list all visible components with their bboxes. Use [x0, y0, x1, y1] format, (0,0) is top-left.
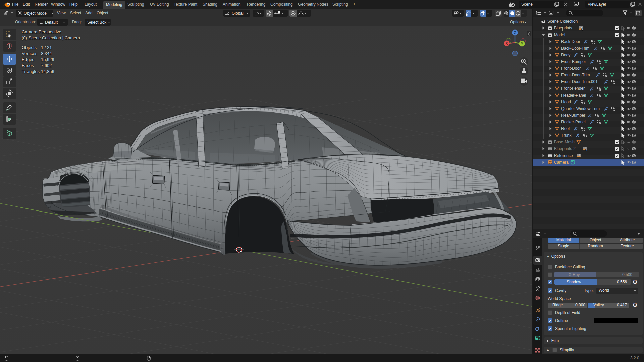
svg-text:Y: Y — [521, 42, 523, 46]
svg-text:X: X — [506, 42, 508, 45]
svg-text:4: 4 — [582, 28, 583, 31]
svg-text:4: 4 — [586, 149, 587, 151]
svg-text:Z: Z — [514, 31, 516, 35]
